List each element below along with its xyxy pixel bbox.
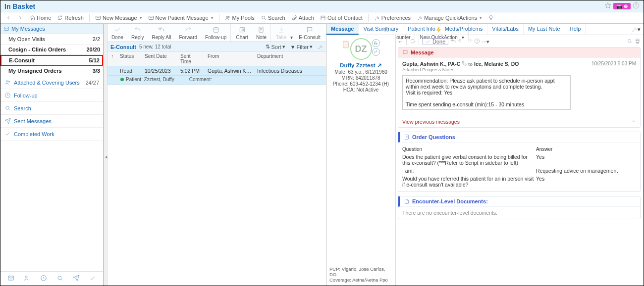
folder-econsult[interactable]: E-Consult5/12	[0, 55, 103, 66]
mini-toolbar: ← Done ···▾	[398, 37, 641, 47]
tab-help[interactable]: Help	[565, 24, 586, 35]
visit-required: Visit is required: Yes	[406, 90, 567, 95]
svg-rect-9	[4, 27, 9, 31]
mt-reply[interactable]	[450, 38, 456, 45]
svg-point-17	[58, 276, 61, 280]
tab-meds[interactable]: Meds/Problems	[440, 24, 487, 35]
filter-button[interactable]: ▼ Filter▾	[290, 44, 313, 50]
svg-rect-27	[636, 41, 639, 43]
search-button[interactable]: Search	[259, 14, 287, 22]
patient-pcp: PCP: Vigario, Jose Carlos, DO	[329, 266, 392, 277]
status-dot-icon	[120, 78, 124, 81]
tab-vitals[interactable]: Vitals/Labs	[487, 24, 524, 35]
command-bar: Home Refresh New Message▾ New Patient Me…	[0, 12, 644, 24]
order-questions-section: Order Questions QuestionAnswer Does the …	[398, 132, 641, 192]
footer-search-icon[interactable]	[56, 275, 63, 283]
mt-prev[interactable]: ←	[398, 39, 403, 45]
mt-done[interactable]: Done	[422, 38, 448, 45]
tab-message[interactable]: Message	[326, 24, 359, 35]
favorite-star[interactable]	[604, 2, 611, 10]
patient-avatar[interactable]: DZ ℞ r²	[350, 38, 372, 60]
folder-unsigned[interactable]: My Unsigned Orders3/3	[0, 66, 103, 76]
manage-quickactions-button[interactable]: Manage QuickActions▾	[415, 14, 484, 22]
view-previous-messages[interactable]: View previous messages	[398, 116, 640, 127]
mt-more[interactable]: ···▾	[482, 39, 489, 45]
my-messages-header[interactable]: My Messages	[0, 24, 103, 34]
folder-footer	[0, 271, 103, 286]
mt-print[interactable]	[635, 38, 641, 45]
list-wrench[interactable]	[318, 44, 323, 49]
sort-button[interactable]: ⇅ Sort▾	[266, 44, 285, 50]
svg-rect-3	[96, 16, 100, 20]
patient-name-link[interactable]: Duffy Zzztest ↗	[340, 62, 382, 69]
forward-button[interactable]: Forward	[175, 24, 201, 42]
link-search[interactable]: Search	[0, 102, 103, 115]
reply-button[interactable]: Reply	[127, 24, 148, 42]
help-icon[interactable]	[633, 2, 640, 10]
mt-refresh[interactable]	[410, 38, 416, 45]
svg-point-6	[228, 16, 229, 18]
take-caret[interactable]: ▾	[290, 24, 295, 42]
badge-flag-icon[interactable]: r²	[372, 48, 380, 56]
splitter-left[interactable]	[104, 24, 107, 286]
footer-send-icon[interactable]	[73, 275, 80, 283]
col-status[interactable]: Status	[117, 52, 142, 66]
followup-button[interactable]: Follow-up	[201, 24, 230, 42]
patient-hca: HCA: Not Active	[343, 87, 379, 93]
col-from[interactable]: From	[205, 52, 255, 66]
new-message-button[interactable]: New Message▾	[93, 14, 144, 22]
footer-users-icon[interactable]	[24, 275, 31, 283]
col-priority[interactable]: ↑	[107, 52, 117, 66]
link-followup[interactable]: Follow-up	[0, 89, 103, 102]
chart-button[interactable]: Chart	[232, 24, 252, 42]
message-row-sub[interactable]: Patient: Zzztest, Duffy Comment:	[107, 76, 326, 85]
badge-rx-icon[interactable]: ℞	[372, 39, 380, 47]
col-sentdate[interactable]: Sent Date	[142, 52, 178, 66]
forward-button[interactable]	[15, 14, 25, 22]
my-pools-button[interactable]: My Pools	[223, 14, 257, 22]
grid-header: ↑ Status Sent Date Sent Time From Depart…	[107, 52, 326, 66]
svg-rect-14	[8, 276, 13, 280]
refresh-button[interactable]: Refresh	[55, 14, 86, 22]
svg-point-26	[628, 40, 631, 43]
tab-visit-summary[interactable]: Visit Summary	[359, 24, 403, 35]
mt-search[interactable]	[627, 38, 633, 45]
svg-point-2	[636, 7, 637, 7]
mt-clock[interactable]	[474, 38, 480, 45]
out-of-contact-button[interactable]: Out of Contact	[318, 14, 365, 22]
footer-clock-icon[interactable]	[40, 275, 47, 283]
home-button[interactable]: Home	[27, 14, 53, 22]
preferences-button[interactable]: Preferences	[372, 14, 413, 22]
mt-forward[interactable]	[466, 38, 472, 45]
folder-cosign[interactable]: Cosign - Clinic Orders20/20	[0, 45, 103, 55]
reply-all-button[interactable]: Reply All	[148, 24, 175, 42]
action-bar: Done Reply Reply All Forward Follow-up C…	[107, 24, 326, 42]
svg-point-11	[8, 81, 10, 83]
footer-check-icon[interactable]	[89, 275, 96, 283]
link-attached-covering[interactable]: Attached & Covering Users 24/27	[0, 76, 103, 89]
footer-inbox-icon[interactable]	[7, 275, 14, 283]
link-completed[interactable]: Completed Work	[0, 128, 103, 141]
tabs-settings[interactable]: ▾	[629, 24, 644, 35]
svg-point-7	[262, 16, 265, 19]
link-sent[interactable]: Sent Messages	[0, 115, 103, 128]
note-button[interactable]: Note	[252, 24, 270, 42]
col-dept[interactable]: Department	[255, 52, 326, 66]
patient-phone: Phone: 609-452-1234 (H)	[333, 81, 389, 87]
svg-rect-8	[321, 16, 325, 20]
page-title: In Basket	[4, 2, 35, 10]
screenshot-badge[interactable]: 📷 ⊕	[613, 3, 631, 9]
new-patient-message-button[interactable]: New Patient Message▾	[146, 14, 215, 22]
phone-icon[interactable]	[462, 61, 467, 67]
done-button[interactable]: Done	[107, 24, 127, 42]
bulb-button[interactable]	[486, 14, 496, 22]
attach-button[interactable]: Attach	[289, 14, 316, 22]
tab-last-note[interactable]: My Last Note	[524, 24, 565, 35]
back-button[interactable]	[3, 14, 13, 22]
message-row[interactable]: Read 10/25/2023 5:02 PM Gupta, Ashwin K …	[107, 66, 326, 76]
tab-patient-info[interactable]: Patient Info	[403, 24, 440, 35]
econsult-button[interactable]: E-Consult	[295, 24, 324, 42]
col-senttime[interactable]: Sent Time	[178, 52, 205, 66]
folder-open-visits[interactable]: My Open Visits2/2	[0, 34, 103, 45]
mt-replyall[interactable]	[458, 38, 464, 45]
